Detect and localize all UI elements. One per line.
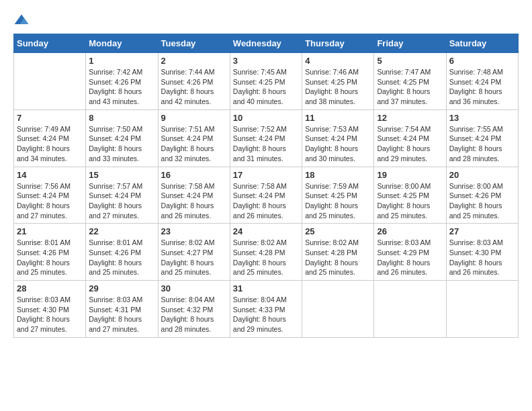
day-number: 24 [233,226,299,236]
day-number: 1 [89,56,154,66]
day-number: 4 [305,56,371,66]
day-number: 22 [89,226,154,236]
calendar-cell: 30Sunrise: 8:04 AM Sunset: 4:32 PM Dayli… [158,281,230,338]
day-info: Sunrise: 8:02 AM Sunset: 4:28 PM Dayligh… [305,238,371,277]
day-info: Sunrise: 7:48 AM Sunset: 4:24 PM Dayligh… [449,67,515,107]
weekday-header-wednesday: Wednesday [230,34,302,53]
calendar-cell: 20Sunrise: 8:00 AM Sunset: 4:26 PM Dayli… [446,167,518,224]
calendar-cell: 17Sunrise: 7:58 AM Sunset: 4:24 PM Dayli… [230,167,302,224]
calendar-header-row: SundayMondayTuesdayWednesdayThursdayFrid… [14,34,519,53]
day-number: 8 [89,113,154,123]
day-info: Sunrise: 8:01 AM Sunset: 4:26 PM Dayligh… [89,238,154,277]
weekday-header-thursday: Thursday [302,34,374,53]
day-info: Sunrise: 7:46 AM Sunset: 4:25 PM Dayligh… [305,67,371,107]
day-number: 14 [17,170,83,180]
day-number: 10 [233,113,299,123]
day-info: Sunrise: 7:59 AM Sunset: 4:25 PM Dayligh… [305,181,371,221]
calendar-week-row: 1Sunrise: 7:42 AM Sunset: 4:26 PM Daylig… [14,53,519,110]
day-number: 16 [161,170,227,180]
day-info: Sunrise: 7:44 AM Sunset: 4:26 PM Dayligh… [161,67,227,107]
day-number: 5 [377,56,443,66]
calendar-cell: 23Sunrise: 8:02 AM Sunset: 4:27 PM Dayli… [158,224,230,281]
weekday-header-tuesday: Tuesday [158,34,230,53]
day-number: 19 [377,170,443,180]
day-info: Sunrise: 8:04 AM Sunset: 4:33 PM Dayligh… [233,295,299,334]
calendar-cell: 2Sunrise: 7:44 AM Sunset: 4:26 PM Daylig… [158,53,230,110]
day-info: Sunrise: 8:04 AM Sunset: 4:32 PM Dayligh… [161,295,227,334]
calendar-cell: 27Sunrise: 8:03 AM Sunset: 4:30 PM Dayli… [446,224,518,281]
day-number: 27 [449,226,515,236]
day-info: Sunrise: 7:58 AM Sunset: 4:24 PM Dayligh… [161,181,227,221]
calendar-cell: 16Sunrise: 7:58 AM Sunset: 4:24 PM Dayli… [158,167,230,224]
weekday-header-saturday: Saturday [446,34,518,53]
weekday-header-monday: Monday [86,34,158,53]
day-info: Sunrise: 8:03 AM Sunset: 4:30 PM Dayligh… [449,238,515,277]
day-number: 13 [449,113,515,123]
day-number: 12 [377,113,443,123]
calendar-cell: 11Sunrise: 7:53 AM Sunset: 4:24 PM Dayli… [302,109,374,167]
logo-icon [13,13,30,27]
day-info: Sunrise: 7:47 AM Sunset: 4:25 PM Dayligh… [377,67,443,107]
logo [13,13,32,27]
day-number: 23 [161,226,227,236]
calendar-cell [14,53,86,110]
calendar-cell [302,281,374,338]
day-info: Sunrise: 7:45 AM Sunset: 4:25 PM Dayligh… [233,67,299,107]
day-info: Sunrise: 7:57 AM Sunset: 4:24 PM Dayligh… [89,181,154,221]
calendar-week-row: 7Sunrise: 7:49 AM Sunset: 4:24 PM Daylig… [14,109,519,167]
day-number: 6 [449,56,515,66]
day-number: 30 [161,283,227,293]
day-info: Sunrise: 7:53 AM Sunset: 4:24 PM Dayligh… [305,124,371,164]
day-info: Sunrise: 7:51 AM Sunset: 4:24 PM Dayligh… [161,124,227,164]
calendar-week-row: 14Sunrise: 7:56 AM Sunset: 4:24 PM Dayli… [14,167,519,224]
calendar-cell: 22Sunrise: 8:01 AM Sunset: 4:26 PM Dayli… [86,224,158,281]
calendar-cell: 25Sunrise: 8:02 AM Sunset: 4:28 PM Dayli… [302,224,374,281]
calendar-week-row: 28Sunrise: 8:03 AM Sunset: 4:30 PM Dayli… [14,281,519,338]
day-info: Sunrise: 8:02 AM Sunset: 4:27 PM Dayligh… [161,238,227,277]
day-number: 21 [17,226,83,236]
day-info: Sunrise: 7:58 AM Sunset: 4:24 PM Dayligh… [233,181,299,221]
calendar-cell [374,281,446,338]
day-info: Sunrise: 7:50 AM Sunset: 4:24 PM Dayligh… [89,124,154,164]
calendar-cell: 10Sunrise: 7:52 AM Sunset: 4:24 PM Dayli… [230,109,302,167]
day-number: 18 [305,170,371,180]
day-number: 26 [377,226,443,236]
calendar-cell: 15Sunrise: 7:57 AM Sunset: 4:24 PM Dayli… [86,167,158,224]
day-number: 3 [233,56,299,66]
calendar-cell: 7Sunrise: 7:49 AM Sunset: 4:24 PM Daylig… [14,109,86,167]
day-info: Sunrise: 8:01 AM Sunset: 4:26 PM Dayligh… [17,238,83,277]
calendar-cell: 26Sunrise: 8:03 AM Sunset: 4:29 PM Dayli… [374,224,446,281]
calendar-cell: 31Sunrise: 8:04 AM Sunset: 4:33 PM Dayli… [230,281,302,338]
calendar-week-row: 21Sunrise: 8:01 AM Sunset: 4:26 PM Dayli… [14,224,519,281]
calendar-cell: 12Sunrise: 7:54 AM Sunset: 4:24 PM Dayli… [374,109,446,167]
calendar-cell: 29Sunrise: 8:03 AM Sunset: 4:31 PM Dayli… [86,281,158,338]
calendar-cell: 8Sunrise: 7:50 AM Sunset: 4:24 PM Daylig… [86,109,158,167]
day-number: 11 [305,113,371,123]
calendar-cell: 14Sunrise: 7:56 AM Sunset: 4:24 PM Dayli… [14,167,86,224]
day-info: Sunrise: 8:02 AM Sunset: 4:28 PM Dayligh… [233,238,299,277]
weekday-header-friday: Friday [374,34,446,53]
day-info: Sunrise: 8:03 AM Sunset: 4:31 PM Dayligh… [89,295,154,334]
day-number: 7 [17,113,83,123]
calendar-cell: 9Sunrise: 7:51 AM Sunset: 4:24 PM Daylig… [158,109,230,167]
day-info: Sunrise: 8:03 AM Sunset: 4:29 PM Dayligh… [377,238,443,277]
day-info: Sunrise: 8:00 AM Sunset: 4:26 PM Dayligh… [449,181,515,221]
day-number: 29 [89,283,154,293]
weekday-header-sunday: Sunday [14,34,86,53]
day-info: Sunrise: 8:03 AM Sunset: 4:30 PM Dayligh… [17,295,83,334]
calendar-cell: 3Sunrise: 7:45 AM Sunset: 4:25 PM Daylig… [230,53,302,110]
day-number: 9 [161,113,227,123]
day-info: Sunrise: 7:42 AM Sunset: 4:26 PM Dayligh… [89,67,154,107]
calendar-cell: 5Sunrise: 7:47 AM Sunset: 4:25 PM Daylig… [374,53,446,110]
calendar-cell: 28Sunrise: 8:03 AM Sunset: 4:30 PM Dayli… [14,281,86,338]
calendar-table: SundayMondayTuesdayWednesdayThursdayFrid… [13,34,519,338]
day-info: Sunrise: 7:52 AM Sunset: 4:24 PM Dayligh… [233,124,299,164]
day-number: 20 [449,170,515,180]
calendar-cell: 1Sunrise: 7:42 AM Sunset: 4:26 PM Daylig… [86,53,158,110]
day-info: Sunrise: 7:49 AM Sunset: 4:24 PM Dayligh… [17,124,83,164]
calendar-cell: 13Sunrise: 7:55 AM Sunset: 4:24 PM Dayli… [446,109,518,167]
page-header [13,13,519,27]
day-number: 31 [233,283,299,293]
day-info: Sunrise: 7:54 AM Sunset: 4:24 PM Dayligh… [377,124,443,164]
calendar-cell: 4Sunrise: 7:46 AM Sunset: 4:25 PM Daylig… [302,53,374,110]
